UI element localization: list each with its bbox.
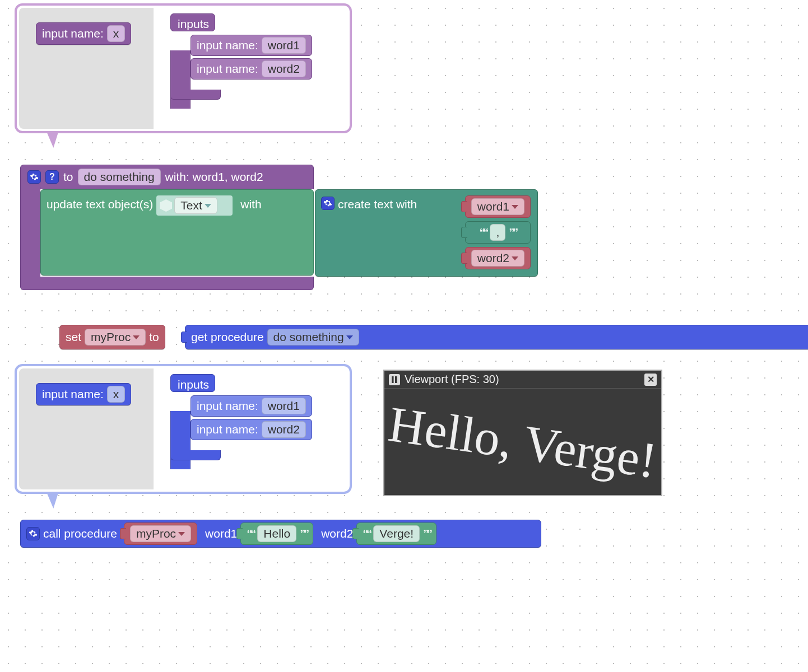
label: input name:	[197, 62, 258, 76]
string-literal-verge[interactable]: Verge!	[356, 522, 436, 545]
label: update text object(s)	[47, 198, 153, 211]
label: create text with	[338, 198, 417, 211]
object-icon	[160, 199, 172, 212]
inputs-label: inputs	[178, 378, 209, 391]
set-variable-block[interactable]: set myProc to	[59, 325, 165, 349]
param2-label: word2	[321, 527, 353, 540]
variable-word2[interactable]: word2	[465, 247, 531, 269]
palette-input-name-block[interactable]: input name: x	[36, 383, 131, 405]
inputs-container-block[interactable]: inputs	[170, 13, 215, 31]
variable-field-myproc[interactable]: myProc	[85, 329, 146, 346]
set-label: set	[66, 330, 81, 344]
inputs-label: inputs	[178, 17, 209, 30]
input-word1-field[interactable]: word1	[262, 37, 306, 54]
input-row-word2[interactable]: input name: word2	[191, 58, 312, 80]
viewport-panel[interactable]: Viewport (FPS: 30) ✕ Hello, Verge!	[383, 370, 662, 496]
label: input name:	[42, 388, 104, 401]
create-text-with-block[interactable]: create text with word1 , word2	[315, 189, 538, 277]
input-word1-field[interactable]: word1	[262, 398, 306, 414]
help-icon[interactable]: ?	[45, 170, 59, 184]
update-text-object-block[interactable]: update text object(s) Text with	[40, 189, 314, 276]
mutator-balloon-procdef: input name: x inputs input name: word1 i…	[15, 3, 352, 133]
get-procedure-block[interactable]: get procedure do something	[185, 325, 808, 349]
svg-rect-1	[395, 376, 397, 383]
label: input name:	[42, 27, 104, 40]
input-x-field[interactable]: x	[107, 386, 126, 403]
input-row-word1[interactable]: input name: word1	[191, 35, 312, 56]
label: call procedure	[43, 527, 117, 540]
viewport-content: Hello, Verge!	[384, 389, 661, 495]
string-literal-comma[interactable]: ,	[465, 221, 531, 244]
to-label: to	[149, 330, 159, 344]
procedure-definition-block[interactable]: ? to do something with: word1, word2	[20, 165, 536, 189]
palette-input-name-block[interactable]: input name: x	[36, 22, 131, 45]
mutator-balloon-call: input name: x inputs input name: word1 i…	[15, 364, 352, 494]
with-params-label: with: word1, word2	[165, 170, 263, 184]
gear-icon[interactable]	[321, 197, 335, 210]
procedure-name-field[interactable]: do something	[78, 169, 161, 185]
label: input name:	[197, 423, 258, 436]
label: input name:	[197, 399, 258, 413]
input-row-word1[interactable]: input name: word1	[191, 395, 312, 417]
variable-myproc[interactable]: myProc	[124, 522, 197, 545]
inputs-container-block[interactable]: inputs	[170, 374, 215, 392]
label: get procedure	[191, 330, 264, 344]
with-label: with	[240, 198, 261, 211]
close-icon[interactable]: ✕	[644, 374, 657, 386]
svg-rect-0	[392, 376, 394, 383]
viewport-titlebar[interactable]: Viewport (FPS: 30) ✕	[384, 371, 661, 389]
variable-word1[interactable]: word1	[465, 195, 531, 218]
text-object-field[interactable]: Text	[174, 197, 217, 214]
string-literal-hello[interactable]: Hello	[240, 522, 313, 545]
param1-label: word1	[205, 527, 237, 540]
label: input name:	[197, 39, 258, 52]
gear-icon[interactable]	[27, 170, 41, 184]
rendered-text: Hello, Verge!	[385, 394, 660, 489]
input-x-field[interactable]: x	[107, 25, 126, 42]
gear-icon[interactable]	[26, 527, 40, 540]
viewport-title: Viewport (FPS: 30)	[405, 373, 499, 386]
pause-icon[interactable]	[389, 374, 400, 385]
input-row-word2[interactable]: input name: word2	[191, 419, 312, 440]
procedure-dropdown[interactable]: do something	[267, 329, 359, 346]
input-word2-field[interactable]: word2	[262, 421, 306, 438]
to-label: to	[63, 170, 73, 184]
input-word2-field[interactable]: word2	[262, 60, 306, 77]
call-procedure-block[interactable]: call procedure myProc word1 Hello word2 …	[20, 520, 541, 548]
